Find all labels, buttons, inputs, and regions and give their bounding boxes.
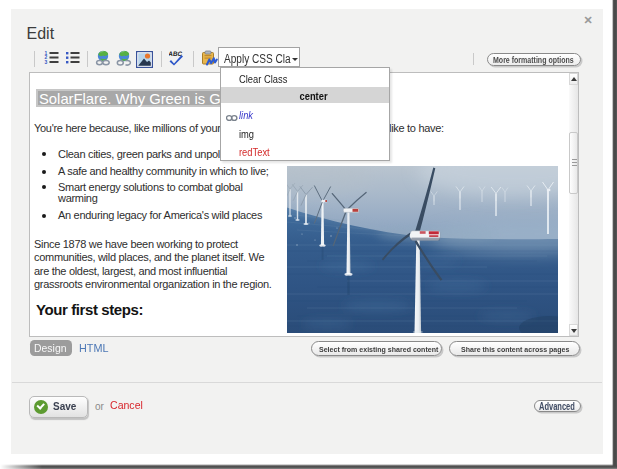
svg-text:3: 3 bbox=[45, 59, 48, 65]
